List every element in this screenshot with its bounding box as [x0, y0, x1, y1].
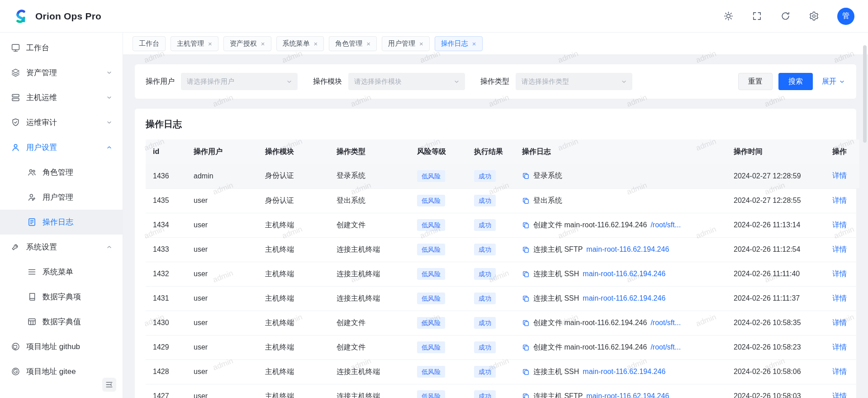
- copy-icon[interactable]: [522, 197, 530, 205]
- tab-system-menu[interactable]: 系统菜单×: [276, 36, 324, 51]
- detail-link[interactable]: 详情: [832, 294, 847, 302]
- sidebar-item-op-log[interactable]: 操作日志: [0, 210, 123, 235]
- close-icon[interactable]: ×: [208, 40, 212, 47]
- detail-link[interactable]: 详情: [832, 172, 847, 179]
- log-link[interactable]: /root/sft...: [650, 343, 681, 351]
- expand-toggle[interactable]: 展开: [822, 77, 845, 86]
- tab-asset-auth[interactable]: 资产授权×: [223, 36, 271, 51]
- sidebar-collapse-button[interactable]: [102, 378, 116, 392]
- op-type-select[interactable]: 请选择操作类型: [516, 73, 632, 90]
- detail-link[interactable]: 详情: [832, 221, 847, 229]
- settings-gear-icon[interactable]: [809, 11, 819, 21]
- tab-host-manage[interactable]: 主机管理×: [171, 36, 218, 51]
- copy-icon[interactable]: [522, 221, 530, 229]
- sidebar-item-dict-item[interactable]: 数据字典项: [0, 284, 123, 309]
- cell-result: 成功: [467, 311, 515, 335]
- detail-link[interactable]: 详情: [832, 245, 847, 253]
- theme-toggle-icon[interactable]: [723, 11, 734, 21]
- column-header-5: 执行结果: [467, 139, 515, 164]
- op-module-select[interactable]: 请选择操作模块: [348, 73, 465, 90]
- cell-user: user: [186, 237, 258, 262]
- table-row: 1428user主机终端连接主机终端低风险成功连接主机 SSHmain-root…: [146, 360, 859, 384]
- cell-risk: 低风险: [410, 213, 467, 237]
- host-icon: [11, 93, 20, 102]
- tab-workbench[interactable]: 工作台: [133, 36, 166, 51]
- tab-label: 资产授权: [230, 39, 257, 48]
- cell-action: 详情: [825, 188, 859, 213]
- app-logo[interactable]: Orion Ops Pro: [12, 7, 101, 25]
- cell-result: 成功: [467, 286, 515, 311]
- cell-log: 登出系统: [515, 188, 726, 213]
- sidebar-item-label: 运维审计: [26, 117, 106, 128]
- copy-icon[interactable]: [522, 393, 530, 398]
- tab-user-manage[interactable]: 用户管理×: [382, 36, 430, 51]
- close-icon[interactable]: ×: [366, 40, 370, 47]
- detail-link[interactable]: 详情: [832, 319, 847, 326]
- filter-group-op-type: 操作类型请选择操作类型: [480, 73, 632, 90]
- copy-icon[interactable]: [522, 319, 530, 327]
- cell-type: 登录系统: [329, 164, 410, 188]
- log-link[interactable]: /root/sft...: [650, 221, 681, 229]
- copy-icon[interactable]: [522, 368, 530, 376]
- reset-button[interactable]: 重置: [738, 73, 773, 90]
- detail-link[interactable]: 详情: [832, 392, 847, 398]
- cell-action: 详情: [825, 286, 859, 311]
- copy-icon[interactable]: [522, 270, 530, 278]
- sidebar-item-system-menu[interactable]: 系统菜单: [0, 259, 123, 284]
- cell-type: 创建文件: [329, 311, 410, 335]
- log-link[interactable]: main-root-116.62.194.246: [583, 270, 665, 278]
- copy-icon[interactable]: [522, 172, 530, 180]
- detail-link[interactable]: 详情: [832, 368, 847, 375]
- table-row: 1435user身份认证登出系统低风险成功登出系统2024-02-27 12:2…: [146, 188, 859, 213]
- cell-type: 创建文件: [329, 213, 410, 237]
- sidebar-item-asset-manage[interactable]: 资产管理: [0, 60, 123, 85]
- result-badge: 成功: [474, 390, 496, 398]
- sidebar-item-system-settings[interactable]: 系统设置: [0, 235, 123, 259]
- log-link[interactable]: main-root-116.62.194.246: [583, 294, 665, 302]
- sidebar-item-user-settings[interactable]: 用户设置: [0, 135, 123, 160]
- close-icon[interactable]: ×: [314, 40, 318, 47]
- user-manage-icon: [27, 192, 37, 202]
- copy-icon[interactable]: [522, 246, 530, 254]
- detail-link[interactable]: 详情: [832, 197, 847, 204]
- cell-log: 连接主机 SFTPmain-root-116.62.194.246: [515, 237, 726, 262]
- cell-type: 连接主机终端: [329, 360, 410, 384]
- tab-role-manage[interactable]: 角色管理×: [329, 36, 377, 51]
- log-link[interactable]: main-root-116.62.194.246: [586, 392, 669, 398]
- chevron-up-icon: [106, 244, 113, 250]
- vertical-scrollbar[interactable]: [863, 45, 867, 143]
- user-avatar[interactable]: 管: [837, 8, 854, 25]
- sidebar-item-label: 主机运维: [26, 92, 106, 103]
- log-link[interactable]: main-root-116.62.194.246: [583, 368, 665, 376]
- log-link[interactable]: main-root-116.62.194.246: [586, 245, 669, 254]
- op-user-select[interactable]: 请选择操作用户: [181, 73, 298, 90]
- cell-user: admin: [186, 164, 258, 188]
- sidebar-item-workbench[interactable]: 工作台: [0, 35, 123, 60]
- copy-icon[interactable]: [522, 295, 530, 302]
- log-link[interactable]: /root/sft...: [650, 319, 681, 327]
- fullscreen-icon[interactable]: [752, 11, 762, 21]
- close-icon[interactable]: ×: [261, 40, 265, 47]
- select-placeholder: 请选择操作模块: [354, 77, 453, 86]
- result-badge: 成功: [474, 219, 496, 231]
- search-button[interactable]: 搜索: [778, 73, 813, 90]
- sidebar-item-user-manage[interactable]: 用户管理: [0, 185, 123, 210]
- role-icon: [27, 168, 37, 177]
- sidebar-item-dict-value[interactable]: 数据字典值: [0, 309, 123, 334]
- close-icon[interactable]: ×: [472, 40, 476, 47]
- detail-link[interactable]: 详情: [832, 270, 847, 278]
- detail-link[interactable]: 详情: [832, 343, 847, 351]
- chevron-down-icon: [453, 78, 460, 85]
- log-text: 创建文件 main-root-116.62.194.246: [533, 343, 647, 352]
- refresh-icon[interactable]: [780, 11, 791, 21]
- cell-result: 成功: [467, 384, 515, 398]
- sidebar-item-github[interactable]: 项目地址 github: [0, 334, 123, 359]
- tab-op-log[interactable]: 操作日志×: [435, 36, 483, 51]
- close-icon[interactable]: ×: [419, 40, 423, 47]
- sidebar-item-ops-audit[interactable]: 运维审计: [0, 110, 123, 135]
- cell-id: 1428: [146, 360, 186, 384]
- sidebar-item-role-manage[interactable]: 角色管理: [0, 160, 123, 185]
- table-row: 1434user主机终端创建文件低风险成功创建文件 main-root-116.…: [146, 213, 859, 237]
- sidebar-item-host-ops[interactable]: 主机运维: [0, 85, 123, 110]
- copy-icon[interactable]: [522, 344, 530, 351]
